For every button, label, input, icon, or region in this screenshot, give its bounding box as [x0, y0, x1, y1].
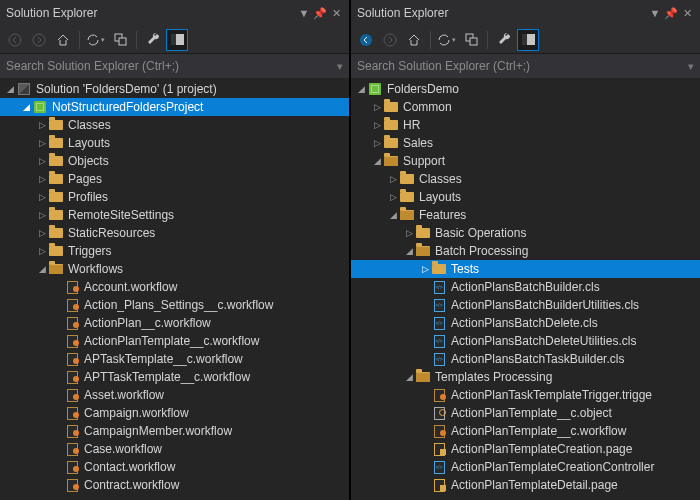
tree-item[interactable]: ▷Objects: [0, 152, 349, 170]
sync-button[interactable]: [436, 29, 458, 51]
collapse-caret-icon[interactable]: ◢: [4, 84, 16, 94]
tree-item[interactable]: Case.workflow: [0, 440, 349, 458]
tree-item[interactable]: ◢Support: [351, 152, 700, 170]
collapse-button[interactable]: [460, 29, 482, 51]
svg-rect-11: [522, 34, 527, 45]
tree-item[interactable]: Action_Plans_Settings__c.workflow: [0, 296, 349, 314]
tree-item[interactable]: ActionPlan__c.workflow: [0, 314, 349, 332]
tree-item[interactable]: ▷Profiles: [0, 188, 349, 206]
tree-item[interactable]: ▷Layouts: [0, 134, 349, 152]
search-box[interactable]: Search Solution Explorer (Ctrl+;) ▾: [0, 54, 349, 78]
tree-item-label: Case.workflow: [84, 442, 162, 456]
home-button[interactable]: [403, 29, 425, 51]
expand-caret-icon[interactable]: ▷: [36, 156, 48, 166]
tree-item[interactable]: ActionPlansBatchTaskBuilder.cls: [351, 350, 700, 368]
collapse-caret-icon[interactable]: ◢: [371, 156, 383, 166]
expand-caret-icon[interactable]: ▷: [403, 228, 415, 238]
properties-button[interactable]: [493, 29, 515, 51]
show-all-button[interactable]: [517, 29, 539, 51]
dropdown-icon[interactable]: ▼: [297, 6, 311, 20]
tree-item[interactable]: ◢Solution 'FoldersDemo' (1 project): [0, 80, 349, 98]
expand-caret-icon[interactable]: ▷: [36, 174, 48, 184]
expand-caret-icon[interactable]: ▷: [36, 120, 48, 130]
search-box[interactable]: Search Solution Explorer (Ctrl+;) ▾: [351, 54, 700, 78]
search-clear-icon[interactable]: ▾: [688, 60, 694, 73]
back-button[interactable]: [355, 29, 377, 51]
tree-item[interactable]: ▷Sales: [351, 134, 700, 152]
tree-item[interactable]: ▷Common: [351, 98, 700, 116]
tree-item[interactable]: ▷Tests: [351, 260, 700, 278]
expand-caret-icon[interactable]: ▷: [371, 138, 383, 148]
tree-item[interactable]: ActionPlansBatchBuilder.cls: [351, 278, 700, 296]
tree-item[interactable]: Account.workflow: [0, 278, 349, 296]
pin-icon[interactable]: 📌: [313, 6, 327, 20]
tree-item[interactable]: ActionPlansBatchDeleteUtilities.cls: [351, 332, 700, 350]
tree-item[interactable]: ▷Triggers: [0, 242, 349, 260]
tree-item[interactable]: ActionPlanTemplate__c.workflow: [351, 422, 700, 440]
expand-caret-icon[interactable]: ▷: [387, 192, 399, 202]
tree-item[interactable]: ◢FoldersDemo: [351, 80, 700, 98]
tree-item[interactable]: ▷StaticResources: [0, 224, 349, 242]
expand-caret-icon[interactable]: ▷: [371, 120, 383, 130]
tree-view[interactable]: ◢Solution 'FoldersDemo' (1 project)◢NotS…: [0, 78, 349, 500]
close-icon[interactable]: ✕: [680, 6, 694, 20]
home-button[interactable]: [52, 29, 74, 51]
workflow-file-icon: [431, 388, 447, 402]
tree-item[interactable]: ActionPlanTaskTemplateTrigger.trigge: [351, 386, 700, 404]
forward-button[interactable]: [379, 29, 401, 51]
pin-icon[interactable]: 📌: [664, 6, 678, 20]
tree-item[interactable]: Contract.workflow: [0, 476, 349, 494]
sync-button[interactable]: [85, 29, 107, 51]
back-button[interactable]: [4, 29, 26, 51]
show-all-button[interactable]: [166, 29, 188, 51]
expand-caret-icon[interactable]: ▷: [36, 228, 48, 238]
tree-item[interactable]: ◢Batch Processing: [351, 242, 700, 260]
tree-item[interactable]: ◢NotStructuredFoldersProject: [0, 98, 349, 116]
tree-item[interactable]: ▷Basic Operations: [351, 224, 700, 242]
search-clear-icon[interactable]: ▾: [337, 60, 343, 73]
expand-caret-icon[interactable]: ▷: [419, 264, 431, 274]
tree-item[interactable]: ActionPlansBatchDelete.cls: [351, 314, 700, 332]
tree-item[interactable]: ActionPlanTemplateDetail.page: [351, 476, 700, 494]
tree-item[interactable]: ActionPlanTemplate__c.workflow: [0, 332, 349, 350]
expand-caret-icon[interactable]: ▷: [371, 102, 383, 112]
tree-item[interactable]: ◢Templates Processing: [351, 368, 700, 386]
collapse-caret-icon[interactable]: ◢: [403, 372, 415, 382]
tree-item[interactable]: ▷HR: [351, 116, 700, 134]
tree-item[interactable]: ◢Features: [351, 206, 700, 224]
tree-item[interactable]: Asset.workflow: [0, 386, 349, 404]
tree-item[interactable]: APTaskTemplate__c.workflow: [0, 350, 349, 368]
forward-button[interactable]: [28, 29, 50, 51]
tree-item[interactable]: ▷Layouts: [351, 188, 700, 206]
tree-item[interactable]: ActionPlansBatchBuilderUtilities.cls: [351, 296, 700, 314]
collapse-caret-icon[interactable]: ◢: [387, 210, 399, 220]
close-icon[interactable]: ✕: [329, 6, 343, 20]
tree-item[interactable]: ▷RemoteSiteSettings: [0, 206, 349, 224]
tree-item[interactable]: ▷Classes: [351, 170, 700, 188]
collapse-caret-icon[interactable]: ◢: [403, 246, 415, 256]
tree-item-label: Layouts: [419, 190, 461, 204]
expand-caret-icon[interactable]: ▷: [387, 174, 399, 184]
properties-button[interactable]: [142, 29, 164, 51]
collapse-caret-icon[interactable]: ◢: [20, 102, 32, 112]
dropdown-icon[interactable]: ▼: [648, 6, 662, 20]
expand-caret-icon[interactable]: ▷: [36, 210, 48, 220]
tree-item[interactable]: ▷Classes: [0, 116, 349, 134]
collapse-button[interactable]: [109, 29, 131, 51]
tree-view[interactable]: ◢FoldersDemo▷Common▷HR▷Sales◢Support▷Cla…: [351, 78, 700, 500]
tree-item[interactable]: ActionPlanTemplateCreation.page: [351, 440, 700, 458]
expand-caret-icon[interactable]: ▷: [36, 192, 48, 202]
tree-item[interactable]: ActionPlanTemplateCreationController: [351, 458, 700, 476]
collapse-caret-icon[interactable]: ◢: [355, 84, 367, 94]
tree-item[interactable]: CampaignMember.workflow: [0, 422, 349, 440]
tree-item[interactable]: APTTaskTemplate__c.workflow: [0, 368, 349, 386]
tree-item[interactable]: ◢Workflows: [0, 260, 349, 278]
tree-item-label: Classes: [419, 172, 462, 186]
tree-item[interactable]: ▷Pages: [0, 170, 349, 188]
tree-item[interactable]: Contact.workflow: [0, 458, 349, 476]
tree-item[interactable]: Campaign.workflow: [0, 404, 349, 422]
expand-caret-icon[interactable]: ▷: [36, 246, 48, 256]
expand-caret-icon[interactable]: ▷: [36, 138, 48, 148]
collapse-caret-icon[interactable]: ◢: [36, 264, 48, 274]
tree-item[interactable]: ActionPlanTemplate__c.object: [351, 404, 700, 422]
